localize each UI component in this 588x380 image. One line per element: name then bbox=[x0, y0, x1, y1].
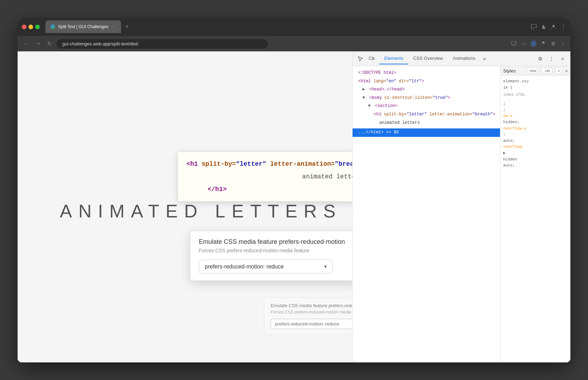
svg-point-4 bbox=[532, 43, 535, 45]
minimize-window-button[interactable] bbox=[29, 25, 33, 29]
reduced-motion-select[interactable]: prefers-reduced-motion: reduce prefers-r… bbox=[199, 260, 333, 273]
attr-split-by-val: "letter" bbox=[236, 160, 266, 167]
chrome-icon[interactable] bbox=[530, 40, 537, 47]
h1-attr-letter-anim-val: "breath" bbox=[473, 112, 493, 117]
reload-button[interactable]: ↻ bbox=[46, 39, 53, 49]
devtools-more-options-button[interactable]: ⋮ bbox=[546, 54, 556, 64]
inspect-element-button[interactable] bbox=[355, 54, 365, 64]
head-expand-triangle[interactable]: ▶ bbox=[362, 86, 367, 94]
tag-h1-open: <h1 bbox=[186, 160, 198, 167]
dom-line-html-close[interactable]: ...</html> == $0 bbox=[353, 128, 500, 137]
more-options-icon[interactable]: ⋮ bbox=[561, 24, 566, 30]
bg-reduced-motion-select[interactable]: prefers-reduced-motion: reduce bbox=[271, 319, 352, 329]
dom-line-section[interactable]: ▼ <section> bbox=[353, 102, 500, 110]
profile-icon[interactable] bbox=[551, 24, 556, 30]
attr-cz-val: "true" bbox=[432, 95, 448, 100]
address-bar-icons: ☆ ⚙ ⋮ bbox=[511, 40, 566, 47]
devtools-close-button[interactable]: × bbox=[558, 54, 568, 64]
content-area: ANIMATED LETTERS <h1 split-by="letter" l… bbox=[18, 51, 570, 362]
back-button[interactable]: ← bbox=[22, 39, 30, 48]
bg-popover-title: Emulate CSS media feature prefers-reduce… bbox=[271, 303, 352, 308]
body-tag-close-bracket: > bbox=[448, 95, 450, 100]
devtools-settings-button[interactable]: ⚙ bbox=[535, 54, 545, 64]
attr-cz: cz-shortcut-listen= bbox=[384, 95, 432, 100]
h1-text-content: animated letters bbox=[302, 173, 352, 180]
dom-selected-marker: == $0 bbox=[386, 130, 399, 135]
settings-icon[interactable]: ⚙ bbox=[550, 40, 556, 47]
devtools-panel: Elements CSS Overview Animations » ⚙ ⋮ ×… bbox=[352, 51, 570, 362]
tab-label: Split Text | GUI Challenges bbox=[58, 24, 108, 29]
style-line-colon: : bbox=[503, 132, 568, 138]
window-controls-right: ⋮ bbox=[531, 24, 566, 30]
tab-favicon bbox=[50, 24, 55, 29]
h1-tag-bracket: > bbox=[493, 112, 495, 117]
dom-tree: <!DOCTYPE html> <html lang="en" dir="ltr… bbox=[353, 66, 500, 362]
menu-icon[interactable]: ⋮ bbox=[560, 40, 566, 47]
style-line-triangle: ▶ bbox=[503, 150, 568, 157]
devtools-tab-animations[interactable]: Animations bbox=[448, 53, 480, 64]
bookmark-icon[interactable]: ☆ bbox=[520, 40, 527, 47]
cls-button[interactable]: .cls bbox=[542, 68, 552, 74]
styles-content: element.style { index 175b… ; ; ow-x hid… bbox=[500, 76, 570, 172]
forward-button[interactable]: → bbox=[34, 39, 42, 48]
popover-select-wrapper: prefers-reduced-motion: reduce prefers-r… bbox=[199, 260, 333, 273]
popover-subtitle: Forces CSS prefers-reduced-motion media … bbox=[199, 248, 352, 253]
animated-letters-heading: ANIMATED LETTERS bbox=[60, 201, 342, 222]
dom-line-doctype[interactable]: <!DOCTYPE html> bbox=[353, 69, 500, 77]
h1-text: animated letters bbox=[379, 120, 420, 125]
html-tag-close: > bbox=[422, 79, 424, 84]
devtools-tab-css-overview[interactable]: CSS Overview bbox=[408, 53, 448, 64]
dom-line-body[interactable]: ▼ <body cz-shortcut-listen="true"> bbox=[353, 94, 500, 102]
style-line-1: ; bbox=[503, 101, 568, 107]
section-expand-triangle[interactable]: ▼ bbox=[368, 102, 372, 110]
address-bar: ← → ↻ ☆ ⚙ ⋮ bbox=[18, 36, 570, 51]
html-close-tag: ...</html> bbox=[358, 130, 384, 135]
tab-bar: Split Text | GUI Challenges × + bbox=[45, 20, 528, 33]
browser-window: Split Text | GUI Challenges × + bbox=[18, 18, 570, 362]
tab-close-button[interactable]: × bbox=[111, 24, 116, 29]
webpage: ANIMATED LETTERS <h1 split-by="letter" l… bbox=[18, 51, 352, 362]
styles-more-button[interactable]: » bbox=[565, 68, 568, 73]
code-line-2: animated letters bbox=[186, 170, 352, 183]
browser-tab-active[interactable]: Split Text | GUI Challenges × bbox=[45, 20, 121, 33]
extensions-icon[interactable] bbox=[541, 24, 546, 30]
attr-dir-val: "ltr" bbox=[409, 79, 422, 84]
doctype-tag: <!DOCTYPE html> bbox=[358, 70, 396, 75]
address-input[interactable] bbox=[57, 39, 268, 49]
dom-line-h1-text[interactable]: animated letters bbox=[353, 119, 500, 127]
h1-attr-split-by-val: "letter" bbox=[407, 112, 427, 117]
dom-line-html[interactable]: <html lang="en" dir="ltr"> bbox=[353, 77, 500, 86]
devtools-tab-elements[interactable]: Elements bbox=[379, 53, 408, 64]
new-tab-button[interactable]: + bbox=[122, 22, 132, 32]
svg-rect-2 bbox=[511, 42, 516, 45]
body-tag-open: <body bbox=[369, 95, 384, 100]
h1-tag-open: <h1 bbox=[374, 112, 384, 117]
code-overlay: <h1 split-by="letter" letter-animation="… bbox=[178, 152, 352, 202]
head-tag: <head>…</head> bbox=[369, 87, 405, 92]
style-line-hidden: hidden; bbox=[503, 119, 568, 126]
attr-split-by: split-by= bbox=[198, 160, 236, 167]
hov-button[interactable]: :hov bbox=[527, 68, 539, 74]
style-line-2: ; bbox=[503, 107, 568, 113]
screen-cast-icon[interactable] bbox=[511, 40, 517, 47]
styles-toolbar: Styles :hov .cls + » bbox=[500, 66, 570, 76]
svg-rect-6 bbox=[373, 58, 374, 59]
attr-lang: lang= bbox=[373, 79, 386, 84]
dom-line-head[interactable]: ▶ <head>…</head> bbox=[353, 86, 500, 94]
body-expand-triangle[interactable]: ▼ bbox=[362, 94, 367, 102]
attr-lang-val: "en" bbox=[386, 79, 396, 84]
add-style-button[interactable]: + bbox=[555, 68, 562, 74]
dom-line-h1[interactable]: <h1 split-by="letter" letter-animation="… bbox=[353, 110, 500, 119]
devtools-more-tabs[interactable]: » bbox=[480, 55, 489, 63]
style-line-auto2: auto; bbox=[503, 163, 568, 169]
styles-panel: Styles :hov .cls + » element.style { ind… bbox=[500, 66, 570, 362]
chrome-cast-icon[interactable] bbox=[531, 24, 537, 30]
elements-panel: <!DOCTYPE html> <html lang="en" dir="ltr… bbox=[353, 66, 570, 362]
styles-label: Styles bbox=[503, 68, 524, 74]
svg-rect-5 bbox=[369, 57, 373, 59]
close-window-button[interactable] bbox=[22, 25, 26, 29]
puzzle-icon[interactable] bbox=[540, 40, 546, 47]
maximize-window-button[interactable] bbox=[35, 25, 40, 29]
tag-h1-close: </h1> bbox=[208, 186, 227, 193]
device-toolbar-button[interactable] bbox=[367, 54, 377, 64]
